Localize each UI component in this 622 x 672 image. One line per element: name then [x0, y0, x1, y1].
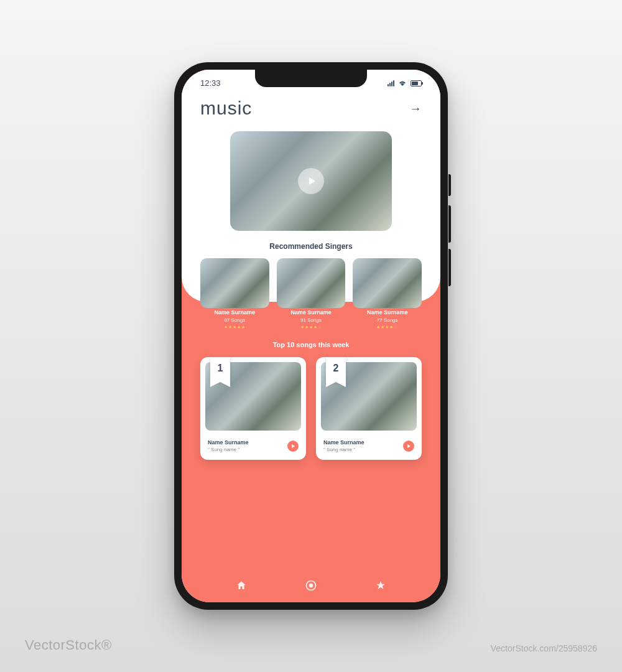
side-button [448, 174, 451, 196]
play-icon[interactable] [287, 441, 299, 452]
star-rating: ★★★★☆ [353, 325, 422, 330]
app-header: music → [182, 94, 440, 131]
singers-row [200, 258, 422, 289]
watermark-id: VectorStock.com/25958926 [491, 643, 597, 653]
song-title: " Song name " [323, 447, 364, 452]
singer-name: Name Surname [353, 309, 422, 315]
singer-name: Name Surname [277, 309, 346, 315]
play-icon[interactable] [298, 168, 324, 194]
singer-card[interactable] [200, 258, 269, 289]
top-songs-row: 1 Name Surname " Song name " 2 [182, 357, 440, 460]
singer-song-count: 91 Songs [277, 317, 346, 323]
singer-song-count: 77 Songs [353, 317, 422, 323]
svg-point-1 [309, 584, 312, 587]
status-time: 12:33 [200, 78, 221, 88]
singer-name: Name Surname [200, 309, 269, 315]
featured-video-thumbnail[interactable] [230, 131, 392, 231]
song-footer: Name Surname " Song name " [316, 436, 422, 460]
singer-card[interactable] [277, 258, 346, 289]
song-card[interactable]: 2 Name Surname " Song name " [316, 357, 422, 460]
battery-icon [411, 80, 422, 86]
status-icons [388, 78, 422, 88]
song-footer: Name Surname " Song name " [200, 436, 306, 460]
page-title: music [200, 98, 252, 119]
play-icon[interactable] [403, 441, 414, 452]
singer-card[interactable] [353, 258, 422, 289]
star-icon[interactable] [375, 580, 386, 594]
forward-arrow-icon[interactable]: → [409, 101, 422, 116]
hero-section: Recommended Singers [182, 131, 440, 302]
volume-down-button [448, 249, 451, 286]
singer-thumbnail [353, 258, 422, 308]
singer-song-count: 87 Songs [200, 317, 269, 323]
volume-up-button [448, 205, 451, 243]
phone-screen-container: 12:33 music → Recommended S [182, 70, 440, 602]
phone-frame: 12:33 music → Recommended S [174, 62, 448, 610]
recommended-singers-title: Recommended Singers [200, 242, 422, 251]
record-icon[interactable] [305, 579, 317, 594]
bottom-nav [182, 571, 440, 602]
song-artist: Name Surname [323, 439, 364, 446]
singer-thumbnail [200, 258, 269, 308]
star-rating: ★★★★☆ [277, 325, 346, 330]
signal-icon [388, 80, 394, 86]
star-rating: ★★★★★ [200, 325, 269, 330]
rank-badge: 2 [326, 357, 346, 382]
singer-thumbnail [277, 258, 346, 308]
app-screen: 12:33 music → Recommended S [182, 70, 440, 602]
watermark-brand: VectorStock® [25, 637, 112, 653]
phone-notch [255, 70, 367, 87]
song-card[interactable]: 1 Name Surname " Song name " [200, 357, 306, 460]
top-songs-title: Top 10 songs this week [182, 341, 440, 348]
song-artist: Name Surname [208, 439, 249, 446]
rank-badge: 1 [210, 357, 230, 382]
song-title: " Song name " [208, 447, 249, 452]
home-icon[interactable] [236, 580, 247, 594]
wifi-icon [398, 78, 407, 88]
